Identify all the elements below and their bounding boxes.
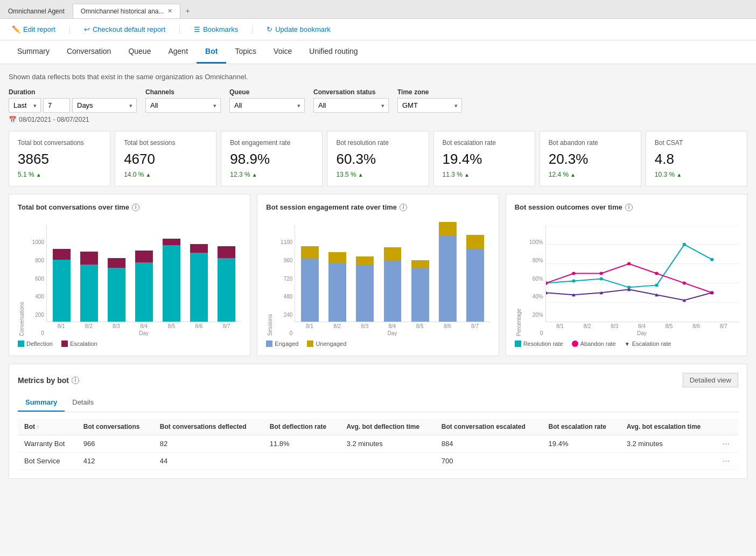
tab-agent[interactable]: Agent: [159, 40, 197, 64]
y-axis-label-vertical: Percentage: [515, 309, 522, 336]
x-axis-title: Day: [46, 330, 241, 336]
tab-conversation[interactable]: Conversation: [58, 40, 120, 64]
legend-abandon-rate: Abandon rate: [572, 340, 616, 347]
trend-value: 13.5 %: [336, 171, 356, 178]
legend-escalation-rate: ▼ Escalation rate: [625, 340, 671, 347]
legend-escalation: Escalation: [61, 340, 97, 347]
legend-color-icon: [515, 340, 521, 347]
refresh-icon: ↻: [267, 25, 272, 33]
calendar-icon: 📅: [9, 116, 17, 123]
duration-type-select[interactable]: Last: [9, 98, 41, 113]
sub-tab-summary[interactable]: Summary: [18, 394, 65, 412]
kpi-bot-resolution-rate: Bot resolution rate 60.3% 13.5 % ▲: [327, 131, 429, 186]
cell-more[interactable]: ⋯: [716, 453, 738, 470]
chart-legend: Deflection Escalation: [18, 340, 241, 347]
line-chart-svg: [545, 225, 738, 322]
bookmarks-button[interactable]: ☰ Bookmarks: [191, 23, 241, 36]
kpi-total-bot-conversations: Total bot conversations 3865 5.1 % ▲: [9, 131, 110, 186]
cell-deflected: 44: [153, 453, 263, 470]
x-label: 8/3: [602, 323, 627, 329]
legend-color-icon: [307, 340, 313, 347]
bar-deflection: [108, 268, 125, 322]
cell-avg-escalation-time: 3.2 minutes: [620, 435, 716, 453]
filters-row: Duration Last Days Chann: [9, 88, 747, 113]
checkout-report-button[interactable]: ↩ Checkout default report: [81, 23, 169, 36]
tab-summary[interactable]: Summary: [9, 40, 58, 64]
info-icon[interactable]: i: [400, 204, 407, 211]
cell-more[interactable]: ⋯: [716, 435, 738, 453]
col-deflected[interactable]: Bot conversations deflected: [153, 419, 263, 435]
cell-bot-name: Warranty Bot: [18, 435, 77, 453]
conversation-status-select[interactable]: All: [313, 98, 389, 113]
col-deflection-rate[interactable]: Bot deflection rate: [263, 419, 340, 435]
bar-unengaged: [384, 247, 402, 261]
duration-label: Duration: [9, 88, 137, 96]
trend-up-icon: ▲: [676, 172, 682, 178]
info-icon[interactable]: i: [72, 377, 79, 384]
legend-label: Unengaged: [316, 340, 346, 347]
tab-unified-routing[interactable]: Unified routing: [300, 40, 366, 64]
col-avg-escalation-time[interactable]: Avg. bot escalation time: [620, 419, 716, 435]
svg-point-13: [572, 272, 576, 275]
y-label: 60%: [524, 276, 543, 282]
legend-color-icon: [266, 340, 272, 347]
y-axis-label-vertical: Sessions: [266, 314, 273, 336]
x-axis-title: Day: [545, 330, 738, 336]
bar-group: [104, 258, 129, 322]
bar-escalation: [135, 251, 153, 262]
duration-value-input[interactable]: [43, 98, 70, 113]
x-label: 8/4: [131, 323, 157, 329]
tab-voice[interactable]: Voice: [265, 40, 300, 64]
bar-deflection: [218, 258, 235, 322]
kpi-total-bot-sessions: Total bot sessions 4670 14.0 % ▲: [115, 131, 216, 186]
charts-row: Total bot conversations over time i Conv…: [9, 194, 747, 356]
col-escalated[interactable]: Bot conversation escalated: [435, 419, 542, 435]
tab-topics[interactable]: Topics: [226, 40, 265, 64]
kpi-title: Bot resolution rate: [336, 139, 419, 147]
cell-avg-deflection-time: 3.2 minutes: [340, 435, 435, 453]
tab-queue[interactable]: Queue: [120, 40, 159, 64]
kpi-bot-engagement-rate: Bot engagement rate 98.9% 12.3 % ▲: [221, 131, 323, 186]
info-icon[interactable]: i: [625, 204, 633, 211]
bar-group: [49, 249, 74, 322]
svg-point-9: [655, 283, 659, 287]
browser-tab-omnichannel-agent[interactable]: Omnichannel Agent: [0, 4, 73, 18]
bar-group: [297, 246, 323, 322]
timezone-select[interactable]: GMT: [397, 98, 462, 113]
duration-filter: Duration Last Days: [9, 88, 137, 113]
col-escalation-rate[interactable]: Bot escalation rate: [542, 419, 620, 435]
separator: [69, 25, 70, 34]
channels-label: Channels: [145, 88, 221, 96]
browser-tab-historical[interactable]: Omnichannel historical ana... ✕: [73, 4, 180, 18]
trend-value: 11.3 %: [443, 171, 463, 178]
x-label: 8/5: [656, 323, 682, 329]
col-avg-deflection-time[interactable]: Avg. bot deflection time: [340, 419, 435, 435]
sort-icon[interactable]: ↑: [37, 424, 39, 430]
resolution-rate-line: [546, 245, 712, 288]
queue-label: Queue: [229, 88, 305, 96]
chart-title: Bot session engagement rate over time i: [266, 203, 489, 211]
cell-avg-escalation-time: [620, 453, 716, 470]
bar-group: [159, 239, 184, 322]
kpi-title: Bot escalation rate: [443, 139, 526, 147]
col-bot[interactable]: Bot ↑: [18, 419, 77, 435]
edit-report-button[interactable]: ✏️ Edit report: [9, 23, 59, 36]
col-conversations[interactable]: Bot conversations: [77, 419, 153, 435]
close-icon[interactable]: ✕: [167, 8, 172, 15]
svg-point-11: [710, 258, 714, 261]
tab-bot[interactable]: Bot: [197, 40, 226, 64]
trend-up-icon: ▲: [36, 172, 41, 178]
info-icon[interactable]: i: [132, 204, 139, 211]
update-bookmark-button[interactable]: ↻ Update bookmark: [263, 23, 334, 36]
channels-select[interactable]: All: [145, 98, 221, 113]
cell-escalation-rate: 19.4%: [542, 435, 620, 453]
sub-tab-details[interactable]: Details: [65, 394, 101, 412]
detailed-view-button[interactable]: Detailed view: [683, 373, 738, 387]
table-header: Bot ↑ Bot conversations Bot conversation…: [18, 419, 738, 435]
svg-point-15: [627, 262, 631, 266]
legend-label: Engaged: [275, 340, 298, 347]
add-tab-button[interactable]: +: [180, 3, 195, 18]
browser-tab-bar: Omnichannel Agent Omnichannel historical…: [0, 0, 756, 19]
duration-unit-select[interactable]: Days: [72, 98, 137, 113]
queue-select[interactable]: All: [229, 98, 305, 113]
